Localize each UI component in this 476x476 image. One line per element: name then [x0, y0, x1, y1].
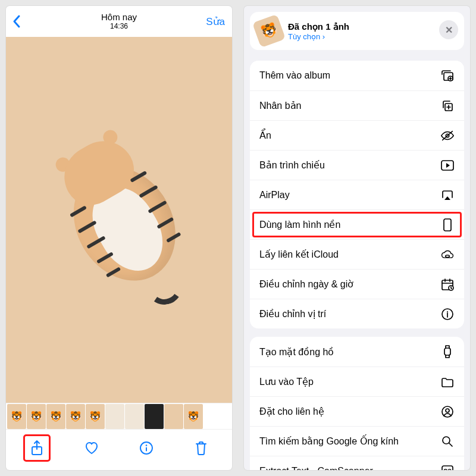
contact-icon: [440, 405, 455, 418]
nav-title-day: Hôm nay: [101, 12, 137, 22]
play-rect-icon: [440, 159, 455, 171]
sheet-actions[interactable]: Thêm vào albumNhân bảnẨnBản trình chiếuA…: [244, 52, 470, 470]
sheet-options-link[interactable]: Tùy chọn ›: [288, 32, 349, 41]
thumbnail[interactable]: [125, 404, 144, 429]
thumbnail[interactable]: 🐯: [86, 404, 105, 429]
action-label: Ẩn: [259, 130, 271, 141]
thumbnail[interactable]: 🐯: [7, 404, 26, 429]
svg-point-14: [447, 311, 448, 312]
action-label: Bản trình chiếu: [259, 159, 325, 171]
edit-button[interactable]: Sửa: [206, 15, 225, 28]
heart-icon: [84, 441, 99, 455]
nav-title-time: 14:36: [101, 23, 137, 31]
action-label: Extract Text - CamScanner: [259, 466, 373, 471]
action-group-2: Tạo mặt đồng hồLưu vào TệpĐặt cho liên h…: [250, 337, 464, 470]
favorite-button[interactable]: [79, 435, 105, 461]
action-watch[interactable]: Tạo mặt đồng hồ: [250, 337, 464, 367]
thumbnail[interactable]: 🐯: [27, 404, 46, 429]
action-play-rect[interactable]: Bản trình chiếu: [250, 150, 464, 180]
close-button[interactable]: ✕: [439, 20, 458, 39]
action-phone[interactable]: Dùng làm hình nền: [250, 209, 464, 239]
svg-text:CS: CS: [443, 468, 452, 471]
svg-point-10: [446, 255, 450, 257]
cloud-link-icon: [440, 249, 455, 261]
nav-title: Hôm nay 14:36: [101, 12, 137, 30]
nav-bar: Hôm nay 14:36 Sửa: [6, 6, 232, 37]
phone-icon: [440, 218, 455, 232]
action-label: Tạo mặt đồng hồ: [259, 346, 334, 358]
action-album-add[interactable]: Thêm vào album: [250, 61, 464, 90]
thumbnail-strip[interactable]: 🐯 🐯 🐯 🐯 🐯 🐯: [6, 403, 232, 430]
watch-icon: [440, 345, 455, 359]
action-duplicate[interactable]: Nhân bản: [250, 90, 464, 120]
share-button[interactable]: [24, 435, 50, 461]
thumbnail[interactable]: [145, 404, 164, 429]
trash-icon: [195, 440, 208, 456]
svg-rect-3: [146, 447, 147, 452]
share-sheet: 🐯 Đã chọn 1 ảnh Tùy chọn › ✕ Thêm vào al…: [244, 6, 470, 470]
folder-icon: [440, 376, 455, 388]
airplay-icon: [440, 189, 455, 201]
info-button[interactable]: [133, 435, 159, 461]
thumbnail[interactable]: [164, 404, 183, 429]
action-label: Dùng làm hình nền: [259, 219, 340, 230]
photos-photo-view: Hôm nay 14:36 Sửa 🐯 🐯 🐯 🐯 🐯: [6, 6, 232, 470]
action-label: Điều chỉnh vị trí: [259, 308, 326, 320]
search-icon: [440, 435, 455, 448]
thumbnail-current[interactable]: 🐯: [184, 404, 203, 429]
duplicate-icon: [440, 99, 455, 112]
info-icon: [139, 441, 154, 455]
back-button[interactable]: [12, 14, 21, 29]
action-calendar[interactable]: Điều chỉnh ngày & giờ: [250, 269, 464, 299]
action-location-pin[interactable]: Điều chỉnh vị trí: [250, 299, 464, 328]
action-cloud-link[interactable]: Lấy liên kết iCloud: [250, 239, 464, 269]
action-label: Lưu vào Tệp: [259, 376, 314, 387]
eye-off-icon: [440, 130, 455, 142]
svg-point-18: [443, 437, 450, 444]
action-label: Lấy liên kết iCloud: [259, 249, 339, 260]
share-icon: [30, 440, 44, 456]
sheet-thumbnail: 🐯: [252, 14, 286, 48]
action-folder[interactable]: Lưu vào Tệp: [250, 367, 464, 396]
svg-point-2: [146, 444, 148, 446]
action-group-1: Thêm vào albumNhân bảnẨnBản trình chiếuA…: [250, 61, 464, 328]
action-airplay[interactable]: AirPlay: [250, 180, 464, 209]
svg-rect-9: [444, 219, 451, 231]
action-eye-off[interactable]: Ẩn: [250, 120, 464, 150]
action-label: AirPlay: [259, 190, 290, 201]
thumbnail[interactable]: 🐯: [46, 404, 65, 429]
action-label: Nhân bản: [259, 100, 302, 111]
bottom-toolbar: [6, 430, 232, 466]
thumbnail[interactable]: [105, 404, 124, 429]
thumbnail[interactable]: 🐯: [66, 404, 85, 429]
action-search[interactable]: Tìm kiếm bằng Google Ống kính: [250, 426, 464, 456]
delete-button[interactable]: [188, 435, 214, 461]
sheet-title: Đã chọn 1 ảnh: [288, 21, 349, 32]
photo-content-tiger: [15, 108, 223, 331]
action-label: Điều chỉnh ngày & giờ: [259, 278, 353, 290]
action-contact[interactable]: Đặt cho liên hệ: [250, 396, 464, 426]
calendar-icon: [440, 278, 455, 291]
action-cs[interactable]: Extract Text - CamScannerCS: [250, 456, 464, 470]
svg-point-17: [446, 409, 449, 412]
action-label: Tìm kiếm bằng Google Ống kính: [259, 436, 399, 447]
svg-rect-15: [444, 348, 450, 355]
location-pin-icon: [440, 308, 455, 321]
sheet-header: 🐯 Đã chọn 1 ảnh Tùy chọn › ✕: [250, 12, 464, 50]
cs-icon: CS: [440, 465, 455, 471]
photo-preview[interactable]: [6, 37, 232, 403]
album-add-icon: [440, 69, 455, 82]
action-label: Đặt cho liên hệ: [259, 406, 324, 417]
close-icon: ✕: [445, 24, 453, 36]
action-label: Thêm vào album: [259, 70, 330, 81]
